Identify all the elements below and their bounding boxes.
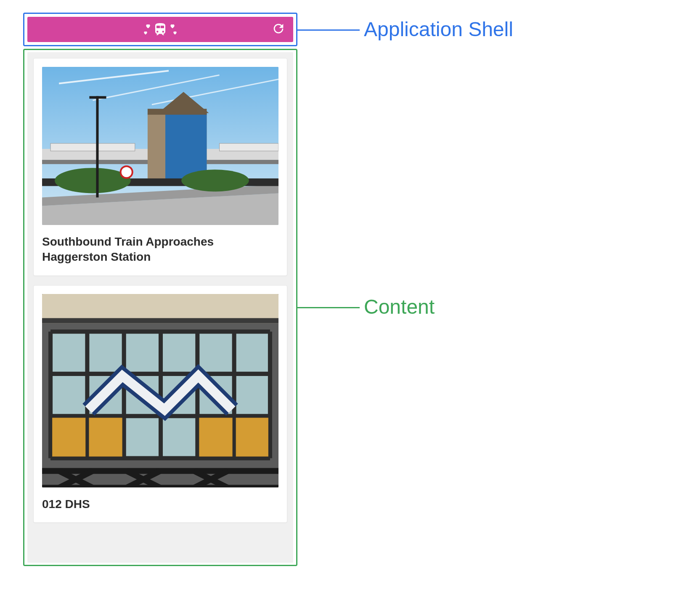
- refresh-icon: [271, 21, 286, 36]
- svg-rect-22: [42, 318, 278, 323]
- svg-rect-18: [89, 96, 106, 99]
- heart-icon: [145, 23, 151, 29]
- svg-point-16: [181, 169, 249, 191]
- heart-icon: [172, 30, 177, 35]
- heart-icon: [170, 23, 175, 29]
- app-shell-header: [27, 17, 293, 42]
- svg-rect-35: [52, 418, 85, 456]
- svg-rect-8: [50, 143, 135, 151]
- content-card[interactable]: Southbound Train Approaches Haggerston S…: [33, 58, 287, 276]
- svg-rect-11: [165, 113, 207, 181]
- svg-rect-9: [220, 143, 279, 151]
- svg-rect-17: [96, 96, 98, 198]
- train-icon: [153, 22, 168, 37]
- svg-rect-38: [236, 418, 268, 456]
- label-content: Content: [364, 295, 435, 318]
- svg-rect-37: [199, 418, 232, 456]
- card-title: 012 DHS: [42, 497, 278, 512]
- card-title: Southbound Train Approaches Haggerston S…: [42, 234, 278, 265]
- svg-rect-36: [89, 418, 122, 456]
- leader-line: [297, 307, 360, 308]
- leader-line: [297, 29, 360, 31]
- card-thumbnail: [42, 67, 278, 225]
- refresh-button[interactable]: [271, 21, 286, 37]
- svg-point-15: [55, 168, 131, 193]
- heart-icon: [143, 30, 148, 35]
- label-application-shell: Application Shell: [364, 18, 513, 41]
- content-card[interactable]: 012 DHS: [33, 285, 287, 523]
- content-column: Southbound Train Approaches Haggerston S…: [27, 52, 293, 563]
- app-logo: [145, 22, 175, 37]
- card-thumbnail: [42, 294, 278, 487]
- svg-point-19: [121, 166, 133, 178]
